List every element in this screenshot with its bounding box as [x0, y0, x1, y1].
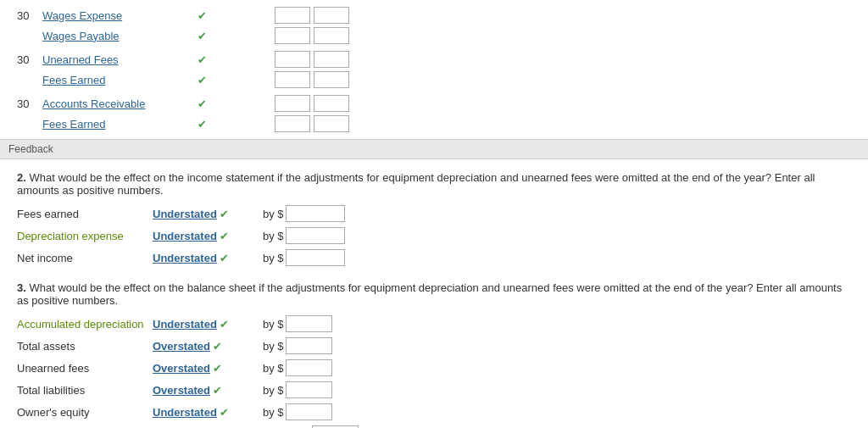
- q3-total-liab-status-text[interactable]: Overstated: [153, 384, 210, 397]
- q2-net-income-bys: by $: [263, 252, 284, 264]
- entry-row-2: 30 Unearned Fees ✔: [17, 51, 851, 68]
- q3-owners-equity-status: Understated ✔: [153, 406, 263, 419]
- q3-total-liab-check: ✔: [213, 384, 222, 397]
- unearned-fees-check: ✔: [198, 53, 207, 66]
- q3-accum-dep-label: Accumulated depreciation: [17, 318, 153, 331]
- fees-earned-row-1: Fees Earned ✔: [17, 71, 851, 88]
- q2-fees-earned-status-check: ✔: [220, 208, 229, 220]
- wages-payable-row: Wages Payable ✔: [17, 27, 851, 44]
- unearned-fees-input-2[interactable]: [314, 51, 349, 68]
- wages-payable-inputs: [275, 27, 349, 44]
- q3-unearned-fees-input[interactable]: [286, 359, 332, 376]
- row-number-3: 30: [17, 97, 42, 110]
- feedback-bar: Feedback: [0, 139, 868, 159]
- q3-owners-equity-bys: by $: [263, 406, 284, 419]
- q2-fees-earned-status-text[interactable]: Understated: [153, 208, 217, 220]
- wages-payable-input-2[interactable]: [314, 27, 349, 44]
- q2-net-income-input[interactable]: [286, 249, 345, 266]
- q3-unearned-fees-label: Unearned fees: [17, 362, 153, 375]
- q3-text: What would be the effect on the balance …: [17, 281, 842, 307]
- q3-total-liab-row: Total liabilities Overstated ✔ by $: [17, 381, 851, 398]
- accounts-receivable-input-1[interactable]: [275, 95, 310, 112]
- wages-payable-link[interactable]: Wages Payable: [42, 30, 195, 42]
- q3-owners-equity-input[interactable]: [286, 403, 332, 420]
- q2-net-income-status-text[interactable]: Understated: [153, 252, 217, 264]
- q3-owners-equity-row: Owner's equity Understated ✔ by $: [17, 403, 851, 420]
- unearned-fees-link[interactable]: Unearned Fees: [42, 53, 195, 66]
- unearned-fees-inputs: [275, 51, 349, 68]
- q3-total-assets-status: Overstated ✔: [153, 340, 263, 353]
- wages-expense-check: ✔: [198, 9, 207, 22]
- q3-total-assets-bys: by $: [263, 340, 284, 353]
- q3-unearned-fees-bys: by $: [263, 362, 284, 375]
- q3-total-liab-bys: by $: [263, 384, 284, 397]
- q2-net-income-label: Net income: [17, 252, 153, 264]
- q2-depreciation-label: Depreciation expense: [17, 230, 153, 242]
- q3-accum-dep-row: Accumulated depreciation Understated ✔ b…: [17, 315, 851, 332]
- q3-total-liab-label: Total liabilities: [17, 384, 153, 397]
- q3-accum-dep-bys: by $: [263, 318, 284, 331]
- q2-question: 2. What would be the effect on the incom…: [17, 171, 851, 197]
- accounts-receivable-link[interactable]: Accounts Receivable: [42, 97, 195, 110]
- q3-unearned-fees-status: Overstated ✔: [153, 362, 263, 375]
- wages-expense-inputs: [275, 7, 349, 24]
- fees-earned-check-2: ✔: [198, 118, 207, 131]
- accounts-receivable-inputs: [275, 95, 349, 112]
- wages-expense-input-1[interactable]: [275, 7, 310, 24]
- q2-fees-earned-bys: by $: [263, 208, 284, 220]
- fees-earned-input-2a[interactable]: [275, 115, 310, 132]
- q3-total-assets-input[interactable]: [286, 337, 332, 354]
- q2-net-income-status: Understated ✔: [153, 252, 263, 264]
- q3-owners-equity-label: Owner's equity: [17, 406, 153, 419]
- q2-depreciation-input[interactable]: [286, 227, 345, 244]
- fees-earned-input-1a[interactable]: [275, 71, 310, 88]
- fees-earned-row-2: Fees Earned ✔: [17, 115, 851, 132]
- feedback-label: Feedback: [8, 143, 53, 155]
- q2-depreciation-row: Depreciation expense Understated ✔ by $: [17, 227, 851, 244]
- q2-text: What would be the effect on the income s…: [17, 171, 815, 197]
- row-number-1: 30: [17, 9, 42, 22]
- row-number-2: 30: [17, 53, 42, 66]
- q2-fees-earned-input[interactable]: [286, 205, 345, 222]
- q3-question: 3. What would be the effect on the balan…: [17, 281, 851, 307]
- fees-earned-check-1: ✔: [198, 74, 207, 86]
- accounts-receivable-input-2[interactable]: [314, 95, 349, 112]
- q3-owners-equity-check: ✔: [220, 406, 229, 419]
- wages-payable-input-1[interactable]: [275, 27, 310, 44]
- q3-accum-dep-input[interactable]: [286, 315, 332, 332]
- top-entries: 30 Wages Expense ✔ Wages Payable ✔ 30 Un…: [0, 0, 868, 132]
- fees-earned-input-2b[interactable]: [314, 115, 349, 132]
- fees-earned-inputs-1: [275, 71, 349, 88]
- q3-total-assets-row: Total assets Overstated ✔ by $: [17, 337, 851, 354]
- wages-expense-link[interactable]: Wages Expense: [42, 9, 195, 22]
- fees-earned-inputs-2: [275, 115, 349, 132]
- q3-total-liab-input[interactable]: [286, 381, 332, 398]
- page: 30 Wages Expense ✔ Wages Payable ✔ 30 Un…: [0, 0, 868, 428]
- q3-unearned-fees-row: Unearned fees Overstated ✔ by $: [17, 359, 851, 376]
- q2-net-income-row: Net income Understated ✔ by $: [17, 249, 851, 266]
- q3-accum-dep-check: ✔: [220, 318, 229, 331]
- q2-net-income-status-check: ✔: [220, 252, 229, 264]
- q3-total-liab-status: Overstated ✔: [153, 384, 263, 397]
- q2-fees-earned-status: Understated ✔: [153, 208, 263, 220]
- q3-number: 3.: [17, 281, 26, 294]
- q3-owners-equity-status-text[interactable]: Understated: [153, 406, 217, 419]
- q2-number: 2.: [17, 171, 26, 184]
- fees-earned-input-1b[interactable]: [314, 71, 349, 88]
- fees-earned-link-2[interactable]: Fees Earned: [42, 118, 195, 131]
- question-2-section: 2. What would be the effect on the incom…: [0, 166, 868, 276]
- q3-total-assets-status-text[interactable]: Overstated: [153, 340, 210, 353]
- q2-depreciation-status: Understated ✔: [153, 230, 263, 242]
- wages-payable-check: ✔: [198, 30, 207, 42]
- q2-depreciation-status-check: ✔: [220, 230, 229, 242]
- wages-expense-input-2[interactable]: [314, 7, 349, 24]
- q3-accum-dep-status-text[interactable]: Understated: [153, 318, 217, 331]
- q2-fees-earned-label: Fees earned: [17, 208, 153, 220]
- accounts-receivable-check: ✔: [198, 97, 207, 110]
- q3-unearned-fees-status-text[interactable]: Overstated: [153, 362, 210, 375]
- q2-depreciation-status-text[interactable]: Understated: [153, 230, 217, 242]
- q3-total-assets-label: Total assets: [17, 340, 153, 353]
- fees-earned-link-1[interactable]: Fees Earned: [42, 74, 195, 86]
- unearned-fees-input-1[interactable]: [275, 51, 310, 68]
- entry-row-3: 30 Accounts Receivable ✔: [17, 95, 851, 112]
